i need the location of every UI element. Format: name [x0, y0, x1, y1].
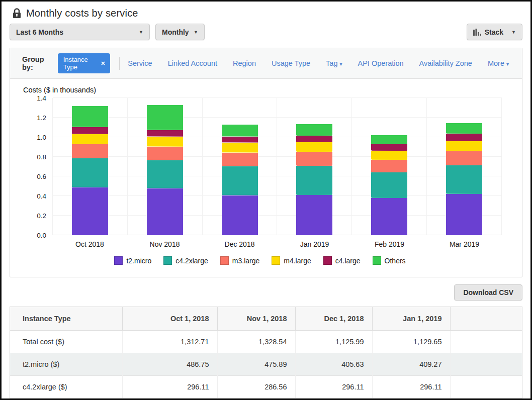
group-by-option-api-operation[interactable]: API Operation: [358, 59, 404, 67]
table-cell: 286.56: [217, 376, 295, 398]
bar-segment-m3-large[interactable]: [222, 153, 258, 166]
stacked-bar-jan-2019[interactable]: [296, 124, 332, 235]
bar-segment-c4-large[interactable]: [72, 127, 108, 134]
column-header: Instance Type: [10, 307, 122, 331]
granularity-dropdown[interactable]: Monthly ▼: [155, 24, 205, 40]
x-tick-label: Jan 2019: [277, 240, 352, 248]
chart-column: [352, 98, 427, 235]
bar-segment-c4-large[interactable]: [296, 136, 332, 142]
chart-column: [128, 98, 203, 235]
bar-segment-c4-large[interactable]: [371, 144, 407, 151]
bar-segment-m4-large[interactable]: [446, 141, 482, 151]
bar-segment-c4-2xlarge[interactable]: [446, 165, 482, 194]
close-icon[interactable]: ✕: [101, 61, 105, 66]
bar-segment-m4-large[interactable]: [371, 151, 407, 160]
granularity-label: Monthly: [162, 28, 189, 36]
table-cell: 296.11: [295, 376, 372, 398]
bar-segment-m3-large[interactable]: [296, 152, 332, 166]
group-by-option-service[interactable]: Service: [128, 59, 152, 67]
y-tick-label: 0.6: [37, 173, 46, 180]
column-header: Jan 1, 2019: [372, 307, 450, 331]
bar-segment-m4-large[interactable]: [147, 137, 183, 147]
legend-item-t2-micro[interactable]: t2.micro: [114, 256, 151, 265]
table-cell: 486.75: [122, 353, 217, 376]
bar-segment-m3-large[interactable]: [446, 151, 482, 165]
stacked-bar-feb-2019[interactable]: [371, 135, 407, 235]
date-range-dropdown[interactable]: Last 6 Months ▼: [10, 24, 150, 40]
stacked-bar-dec-2018[interactable]: [222, 125, 258, 235]
bar-segment-m3-large[interactable]: [371, 160, 407, 172]
table-cell: c4.2xlarge ($): [10, 376, 122, 398]
download-csv-button[interactable]: Download CSV: [454, 284, 522, 301]
group-by-option-region[interactable]: Region: [233, 59, 256, 67]
bar-segment-others[interactable]: [446, 123, 482, 134]
bar-segment-m4-large[interactable]: [296, 142, 332, 152]
bar-segment-m3-large[interactable]: [147, 147, 183, 160]
legend-item-c4-2xlarge[interactable]: c4.2xlarge: [163, 256, 208, 265]
bar-segment-others[interactable]: [147, 105, 183, 130]
chart-title: Costs ($ in thousands): [23, 86, 502, 94]
bar-segment-t2-micro[interactable]: [72, 187, 108, 235]
legend-label: c4.2xlarge: [175, 257, 208, 265]
column-header: Dec 1, 2018: [295, 307, 372, 331]
group-by-option-availability-zone[interactable]: Availability Zone: [419, 59, 472, 67]
bar-segment-c4-2xlarge[interactable]: [222, 166, 258, 195]
bar-segment-m4-large[interactable]: [72, 134, 108, 144]
bar-segment-c4-large[interactable]: [147, 130, 183, 137]
cost-table-container: Instance TypeOct 1, 2018Nov 1, 2018Dec 1…: [10, 307, 522, 400]
stacked-bar-oct-2018[interactable]: [72, 106, 108, 235]
table-row: t2.micro ($)486.75475.89405.63409.27: [10, 353, 522, 376]
bar-segment-c4-2xlarge[interactable]: [72, 158, 108, 187]
group-by-option-tag[interactable]: Tag▾: [326, 59, 342, 67]
bar-segment-t2-micro[interactable]: [147, 188, 183, 235]
chart-columns: [53, 98, 502, 235]
stacked-bar-mar-2019[interactable]: [446, 123, 482, 235]
legend-item-m4-large[interactable]: m4.large: [272, 256, 311, 265]
table-cell: 1,125.99: [295, 331, 372, 353]
bar-segment-c4-2xlarge[interactable]: [296, 166, 332, 195]
group-by-option-more[interactable]: More▾: [488, 59, 509, 67]
bar-segment-others[interactable]: [296, 124, 332, 136]
bar-segment-c4-large[interactable]: [222, 137, 258, 143]
table-actions: Download CSV: [10, 284, 522, 301]
bar-segment-t2-micro[interactable]: [296, 195, 332, 235]
legend-item-others[interactable]: Others: [373, 256, 406, 265]
legend-item-c4-large[interactable]: c4.large: [323, 256, 361, 265]
table-row: c4.2xlarge ($)296.11286.56296.11296.11: [10, 376, 522, 398]
column-header: Nov 1, 2018: [217, 307, 295, 331]
page-title: Monthly costs by service: [26, 8, 138, 19]
group-by-option-usage-type[interactable]: Usage Type: [272, 59, 310, 67]
chart-area: Costs ($ in thousands) 1.41.21.00.80.60.…: [10, 79, 522, 277]
bar-segment-t2-micro[interactable]: [222, 195, 258, 235]
group-by-chip-instance-type[interactable]: Instance Type ✕: [58, 53, 111, 73]
bar-segment-c4-2xlarge[interactable]: [147, 160, 183, 188]
table-cell: 1,328.54: [217, 331, 295, 353]
chevron-down-icon: ▾: [506, 61, 509, 67]
x-tick-label: Oct 2018: [52, 240, 127, 248]
legend-swatch: [163, 256, 172, 265]
legend-item-m3-large[interactable]: m3.large: [220, 256, 259, 265]
chart-style-label: Stack: [485, 28, 503, 36]
bar-chart-icon: [473, 29, 481, 36]
date-range-label: Last 6 Months: [16, 28, 63, 36]
bar-segment-m3-large[interactable]: [72, 144, 108, 158]
bar-segment-others[interactable]: [72, 106, 108, 127]
bar-segment-t2-micro[interactable]: [371, 198, 407, 235]
group-by-option-linked-account[interactable]: Linked Account: [168, 59, 217, 67]
bar-segment-c4-large[interactable]: [446, 134, 482, 141]
bar-segment-m4-large[interactable]: [222, 143, 258, 153]
x-axis-labels: Oct 2018Nov 2018Dec 2018Jan 2019Feb 2019…: [52, 240, 502, 248]
table-cell: 1,129.65: [372, 331, 450, 353]
divider: [119, 57, 120, 70]
chip-label: Instance Type: [63, 56, 97, 71]
y-tick-label: 1.2: [37, 114, 46, 122]
group-by-label: Group by:: [22, 55, 52, 71]
bar-segment-c4-2xlarge[interactable]: [371, 172, 407, 198]
y-tick-label: 0.8: [37, 153, 46, 161]
bar-segment-others[interactable]: [222, 125, 258, 137]
chart-style-dropdown[interactable]: Stack ▼: [467, 24, 522, 40]
group-by-options: ServiceLinked AccountRegionUsage TypeTag…: [128, 59, 513, 67]
stacked-bar-nov-2018[interactable]: [147, 105, 183, 235]
bar-segment-t2-micro[interactable]: [446, 194, 482, 235]
bar-segment-others[interactable]: [371, 135, 407, 144]
